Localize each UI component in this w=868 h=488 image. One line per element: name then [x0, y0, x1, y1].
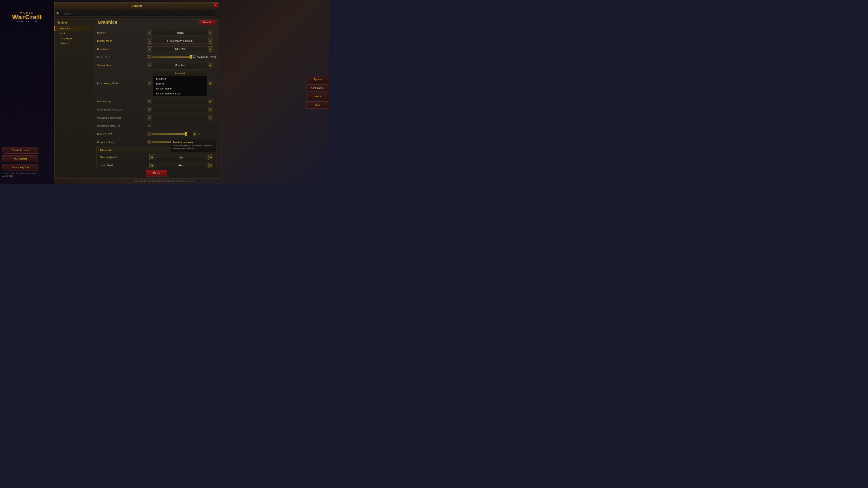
camera-fov-label: Camera FOV: [97, 133, 147, 135]
cinematics-button[interactable]: Cinematics: [307, 84, 329, 92]
graphics-quality-prev-button[interactable]: ◀: [147, 140, 151, 144]
anti-aliasing-row: Anti-Aliasing ◀ ▶: [94, 97, 219, 105]
wow-logo: WORLD WarCraft DRAGONFLIGHT: [4, 2, 50, 32]
copyright-text: Copyright 2004-2023 Blizzard Entertainme…: [135, 180, 194, 182]
display-mode-prev-button[interactable]: ◀: [147, 38, 152, 43]
image-based-prev-button[interactable]: ◀: [147, 107, 152, 112]
image-based-row: Image-Based Techniques ◀ ▶: [94, 105, 219, 113]
low-latency-dropdown-header: Disabled: [153, 71, 207, 76]
system-dialog: System ✕ 🔍 System Graphics Audio Languag…: [54, 2, 219, 178]
low-latency-control: ◀ Disabled Disabled Built-in NVIDIA Refl…: [147, 70, 216, 96]
multisample-next-button[interactable]: ▶: [208, 115, 213, 121]
camera-fov-slider[interactable]: ◀ ▶ 90: [147, 132, 216, 136]
low-latency-container: Low Latency Mode ◀ Disabled Disabled Bui…: [94, 69, 219, 97]
render-scale-prev-button[interactable]: ◀: [147, 55, 151, 59]
low-latency-label: Low Latency Mode: [97, 82, 147, 85]
render-scale-slider[interactable]: ◀ ▶ 3840x2160 (100%): [147, 55, 216, 59]
shadow-quality-row: Shadow Quality ◀ High ▶: [96, 153, 217, 161]
resolution-next-button[interactable]: ▶: [208, 46, 213, 52]
sidebar-item-network[interactable]: Network: [55, 41, 94, 46]
liquid-detail-prev-button[interactable]: ◀: [149, 163, 154, 168]
multisample-alpha-row: Multisample Alpha-Test ✓: [94, 122, 219, 130]
multisample-label: Multisample Techniques: [97, 117, 147, 119]
dropdown-item-nvidia-reflex-boost[interactable]: NVIDIA Reflex + Boost: [153, 91, 207, 96]
dropdown-item-nvidia-reflex[interactable]: NVIDIA Reflex: [153, 86, 207, 91]
dropdown-item-disabled[interactable]: Disabled: [153, 76, 207, 81]
multisample-alpha-checkbox[interactable]: ✓: [147, 124, 151, 128]
monitor-prev-button[interactable]: ◀: [147, 30, 152, 35]
system-button[interactable]: System: [307, 76, 329, 83]
shadow-quality-next-button[interactable]: ▶: [209, 155, 213, 160]
low-latency-next-button[interactable]: ▶: [208, 80, 213, 86]
close-main-button[interactable]: Close: [146, 170, 167, 176]
sidebar-item-graphics[interactable]: Graphics: [55, 26, 94, 31]
vertical-sync-next-button[interactable]: ▶: [208, 63, 213, 68]
monitor-next-button[interactable]: ▶: [208, 30, 213, 35]
my-account-button[interactable]: My Account: [2, 156, 38, 162]
multisample-prev-button[interactable]: ◀: [147, 115, 152, 121]
resolution-row: Resolution ◀ 3840x2160 ▶: [94, 45, 219, 53]
search-input[interactable]: [58, 11, 215, 17]
camera-fov-row: Camera FOV ◀ ▶ 90: [94, 130, 219, 138]
display-mode-label: Display Mode: [97, 39, 147, 42]
version-line1: Version 10.0.5 (47621) (Release x64): [2, 172, 36, 175]
anti-aliasing-control: ◀ ▶: [147, 99, 216, 104]
low-latency-dropdown[interactable]: Disabled Disabled Built-in NVIDIA Reflex…: [153, 70, 207, 96]
render-scale-next-button[interactable]: ▶: [192, 55, 196, 59]
sidebar-item-audio[interactable]: Audio: [55, 31, 94, 36]
dialog-titlebar: System ✕: [55, 2, 219, 9]
multisample-alpha-control: ✓: [147, 124, 216, 128]
multisample-row: Multisample Techniques ◀ ▶: [94, 113, 219, 122]
defaults-button[interactable]: Defaults: [199, 20, 215, 25]
right-panel-buttons: System Cinematics Credits Quit: [307, 76, 329, 109]
low-latency-prev-button[interactable]: ◀: [147, 80, 152, 86]
liquid-detail-value: Good: [155, 163, 208, 168]
anti-aliasing-prev-button[interactable]: ◀: [147, 99, 152, 104]
credits-button[interactable]: Credits: [307, 93, 329, 100]
main-header: Graphics Defaults: [94, 18, 219, 27]
dropdown-item-builtin[interactable]: Built-in: [153, 81, 207, 86]
expansion-text: DRAGONFLIGHT: [15, 20, 39, 23]
display-mode-next-button[interactable]: ▶: [208, 38, 213, 43]
camera-fov-value: 90: [198, 133, 216, 135]
multisample-value: [153, 115, 207, 121]
vertical-sync-row: Vertical Sync ◀ Enabled ▶: [94, 61, 219, 69]
community-site-button[interactable]: Community Site: [2, 164, 38, 171]
graphics-quality-label: Graphics Quality: [97, 141, 147, 143]
image-based-control: ◀ ▶: [147, 107, 216, 112]
liquid-detail-next-button[interactable]: ▶: [209, 163, 213, 168]
vertical-sync-value: Enabled: [153, 63, 207, 68]
image-based-label: Image-Based Techniques: [97, 108, 147, 111]
shadow-quality-control: ◀ High ▶: [149, 155, 213, 160]
anti-aliasing-label: Anti-Aliasing: [97, 100, 147, 103]
resolution-prev-button[interactable]: ◀: [147, 46, 152, 52]
anti-aliasing-value: [153, 99, 207, 104]
quit-button[interactable]: Quit: [307, 101, 329, 109]
render-scale-track[interactable]: [151, 56, 191, 58]
vertical-sync-prev-button[interactable]: ◀: [147, 63, 152, 68]
search-icon: 🔍: [56, 12, 60, 15]
shadow-quality-prev-button[interactable]: ◀: [149, 155, 154, 160]
dialog-body: System Graphics Audio Languages Network …: [55, 18, 219, 178]
create-account-button[interactable]: Create Account: [2, 147, 38, 154]
monitor-label: Monitor: [97, 31, 147, 34]
camera-fov-next-button[interactable]: ▶: [193, 132, 197, 136]
tooltip-text: Allows the game to use various technique…: [173, 144, 213, 150]
anti-aliasing-next-button[interactable]: ▶: [208, 99, 213, 104]
version-text: Version 10.0.5 (47621) (Release x64) Jan…: [2, 172, 36, 177]
dialog-close-button[interactable]: ✕: [213, 3, 218, 8]
camera-fov-prev-button[interactable]: ◀: [147, 132, 151, 136]
render-scale-row: Render Scale ◀ ▶ 3840x2160 (100%): [94, 53, 219, 61]
dialog-sidebar: System Graphics Audio Languages Network: [55, 18, 94, 178]
image-based-next-button[interactable]: ▶: [208, 107, 213, 112]
section-title: Graphics: [98, 20, 117, 25]
resolution-value: 3840x2160: [153, 46, 207, 52]
monitor-control: ◀ Primary ▶: [147, 30, 216, 35]
warcraft-text: WarCraft: [12, 14, 42, 20]
bottom-left-buttons: Create Account My Account Community Site: [2, 147, 38, 171]
camera-fov-track[interactable]: [151, 133, 192, 135]
dialog-main: Graphics Defaults Monitor ◀ Primary ▶ Di…: [94, 18, 219, 178]
vertical-sync-label: Vertical Sync: [97, 64, 147, 67]
settings-content[interactable]: Monitor ◀ Primary ▶ Display Mode ◀ Fulls…: [94, 27, 219, 168]
sidebar-item-languages[interactable]: Languages: [55, 36, 94, 41]
